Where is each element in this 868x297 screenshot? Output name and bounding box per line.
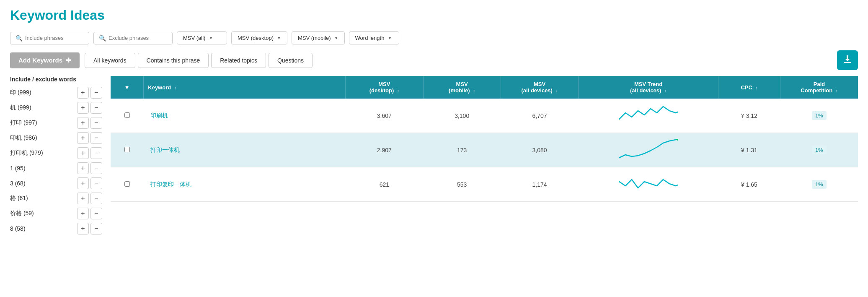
exclude-button[interactable]: −: [90, 87, 102, 99]
sidebar-item: 3 (68) + −: [10, 177, 102, 189]
search-icon-2: 🔍: [99, 35, 106, 42]
tab-related-topics[interactable]: Related topics: [211, 53, 266, 68]
sparkline: 3,080: [619, 139, 678, 160]
msv-desktop-cell: 621: [346, 167, 423, 202]
row-checkbox-cell: [111, 167, 144, 202]
exclude-button[interactable]: −: [90, 132, 102, 144]
sidebar-item: 1 (95) + −: [10, 162, 102, 174]
row-checkbox[interactable]: [124, 112, 130, 118]
keyword-cell[interactable]: 印刷机: [144, 99, 346, 133]
exclude-phrases-input[interactable]: 🔍: [93, 32, 173, 44]
msv-mobile-cell: 3,100: [423, 99, 501, 133]
chevron-down-icon-4: ▼: [388, 36, 392, 40]
exclude-button[interactable]: −: [90, 117, 102, 129]
sidebar-item: 印机 (986) + −: [10, 132, 102, 144]
msv-desktop-cell: 2,907: [346, 133, 423, 167]
include-button[interactable]: +: [77, 87, 89, 99]
exclude-button[interactable]: −: [90, 223, 102, 234]
msv-all-cell: 1,174: [501, 167, 578, 202]
table-header-msv-mobile[interactable]: MSV(mobile) ↕: [423, 76, 501, 99]
sidebar-item-buttons: + −: [77, 102, 102, 114]
sidebar-title: Include / exclude words: [10, 76, 102, 83]
keyword-cell[interactable]: 打印一体机: [144, 133, 346, 167]
filter-row: 🔍 🔍 MSV (all) ▼ MSV (desktop) ▼ MSV (mob…: [10, 31, 858, 44]
tab-all-keywords[interactable]: All keywords: [85, 53, 135, 68]
row-checkbox[interactable]: [124, 147, 130, 152]
tabs-row: Add Keywords ✚ All keywords Contains thi…: [10, 50, 858, 70]
sort-icon-paid: ↕: [836, 89, 838, 93]
msv-all-dropdown[interactable]: MSV (all) ▼: [177, 31, 227, 44]
chevron-down-icon: ▼: [209, 36, 213, 40]
include-button[interactable]: +: [77, 208, 89, 219]
sidebar-item: 打印机 (979) + −: [10, 147, 102, 159]
sort-icon-msv-mobile: ↕: [473, 89, 475, 93]
sidebar-item-buttons: + −: [77, 223, 102, 234]
table-header-msv-all[interactable]: MSV(all devices) ↓: [501, 76, 578, 99]
exclude-button[interactable]: −: [90, 208, 102, 219]
msv-mobile-cell: 553: [423, 167, 501, 202]
table-header-msv-trend[interactable]: MSV Trend(all devices) ↕: [579, 76, 718, 99]
include-button[interactable]: +: [77, 162, 89, 174]
sidebar-item-buttons: + −: [77, 208, 102, 219]
msv-mobile-cell: 173: [423, 133, 501, 167]
exclude-input[interactable]: [108, 35, 167, 41]
table-header-paid-competition[interactable]: PaidCompetition ↕: [780, 76, 858, 99]
exclude-button[interactable]: −: [90, 177, 102, 189]
include-button[interactable]: +: [77, 117, 89, 129]
row-checkbox[interactable]: [124, 181, 130, 187]
sidebar-item-label: 3 (68): [10, 180, 77, 187]
row-checkbox-cell: [111, 133, 144, 167]
cpc-cell: ¥ 1.31: [718, 133, 780, 167]
exclude-button[interactable]: −: [90, 102, 102, 114]
table-header-keyword[interactable]: Keyword ↕: [144, 76, 346, 99]
select-all-button[interactable]: ▼: [122, 83, 132, 92]
exclude-button[interactable]: −: [90, 162, 102, 174]
trend-cell: [579, 99, 718, 133]
sidebar-item-label: 打印机 (979): [10, 149, 77, 157]
sidebar-item-buttons: + −: [77, 162, 102, 174]
msv-mobile-dropdown[interactable]: MSV (mobile) ▼: [292, 31, 345, 44]
sidebar-item-buttons: + −: [77, 147, 102, 159]
row-checkbox-cell: [111, 99, 144, 133]
sidebar-item-label: 价格 (59): [10, 210, 77, 217]
exclude-button[interactable]: −: [90, 147, 102, 159]
include-button[interactable]: +: [77, 132, 89, 144]
include-button[interactable]: +: [77, 147, 89, 159]
exclude-button[interactable]: −: [90, 193, 102, 204]
table-header-cpc[interactable]: CPC ↕: [718, 76, 780, 99]
include-phrases-input[interactable]: 🔍: [10, 32, 89, 44]
sidebar-item-label: 机 (999): [10, 104, 77, 112]
sidebar-item: 印 (999) + −: [10, 87, 102, 99]
sort-icon-cpc: ↕: [756, 86, 758, 90]
keyword-cell[interactable]: 打印复印一体机: [144, 167, 346, 202]
tab-contains-phrase[interactable]: Contains this phrase: [138, 53, 209, 68]
include-input[interactable]: [25, 35, 84, 41]
trend-cell: 3,080: [579, 133, 718, 167]
sort-icon-msv-trend: ↕: [664, 89, 666, 93]
chevron-down-icon-3: ▼: [334, 36, 338, 40]
page-title: Keyword Ideas: [10, 8, 858, 23]
include-button[interactable]: +: [77, 193, 89, 204]
sidebar-item: 格 (61) + −: [10, 193, 102, 204]
download-icon: [843, 55, 852, 64]
paid-cell: 1%: [780, 167, 858, 202]
tab-questions[interactable]: Questions: [269, 53, 313, 68]
plus-icon: ✚: [66, 57, 71, 64]
include-button[interactable]: +: [77, 177, 89, 189]
msv-desktop-dropdown[interactable]: MSV (desktop) ▼: [231, 31, 287, 44]
include-button[interactable]: +: [77, 223, 89, 234]
paid-cell: 1%: [780, 133, 858, 167]
sidebar-item-buttons: + −: [77, 132, 102, 144]
include-button[interactable]: +: [77, 102, 89, 114]
sidebar-item-label: 格 (61): [10, 195, 77, 202]
download-button[interactable]: [837, 50, 858, 70]
word-length-dropdown[interactable]: Word length ▼: [349, 31, 399, 44]
main-layout: Include / exclude words 印 (999) + − 机 (9…: [10, 76, 858, 238]
sort-icon-msv-desktop: ↕: [397, 89, 399, 93]
add-keywords-button[interactable]: Add Keywords ✚: [10, 52, 80, 68]
sparkline: [619, 104, 678, 125]
table-header-msv-desktop[interactable]: MSV(desktop) ↕: [346, 76, 423, 99]
table-row: 打印一体机 2,907 173 3,080 3,080 ¥ 1.31 1%: [111, 133, 858, 167]
trend-cell: [579, 167, 718, 202]
sidebar-item: 价格 (59) + −: [10, 208, 102, 219]
